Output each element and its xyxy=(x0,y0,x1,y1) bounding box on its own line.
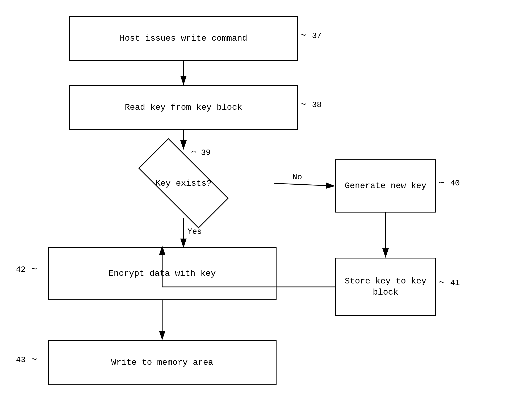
write-mem-label: Write to memory area xyxy=(111,357,213,368)
key-exists-diamond-container: Key exists? xyxy=(93,149,274,218)
key-exists-diamond xyxy=(138,138,228,228)
yes-label: Yes xyxy=(187,227,202,236)
label-43: 43 ∼ xyxy=(16,353,37,365)
encrypt-label: Encrypt data with key xyxy=(108,268,216,279)
generate-key-label: Generate new key xyxy=(345,180,426,192)
generate-key-box: Generate new key xyxy=(335,159,436,213)
read-key-label: Read key from key block xyxy=(125,102,242,113)
label-38: ∼ 38 xyxy=(300,98,321,110)
write-mem-box: Write to memory area xyxy=(48,340,277,385)
arrow-no xyxy=(274,183,334,186)
store-key-box: Store key to key block xyxy=(335,258,436,316)
encrypt-box: Encrypt data with key xyxy=(48,247,277,300)
host-write-box: Host issues write command xyxy=(69,16,298,61)
label-40: ∼ 40 xyxy=(439,177,460,188)
host-write-label: Host issues write command xyxy=(120,33,247,44)
label-37: ∼ 37 xyxy=(300,29,321,41)
label-41: ∼ 41 xyxy=(439,276,460,288)
store-key-label: Store key to key block xyxy=(336,276,435,298)
label-42: 42 ∼ xyxy=(16,263,37,275)
label-39: ⌒ 39 xyxy=(191,147,211,157)
no-label: No xyxy=(292,173,302,182)
read-key-box: Read key from key block xyxy=(69,85,298,130)
